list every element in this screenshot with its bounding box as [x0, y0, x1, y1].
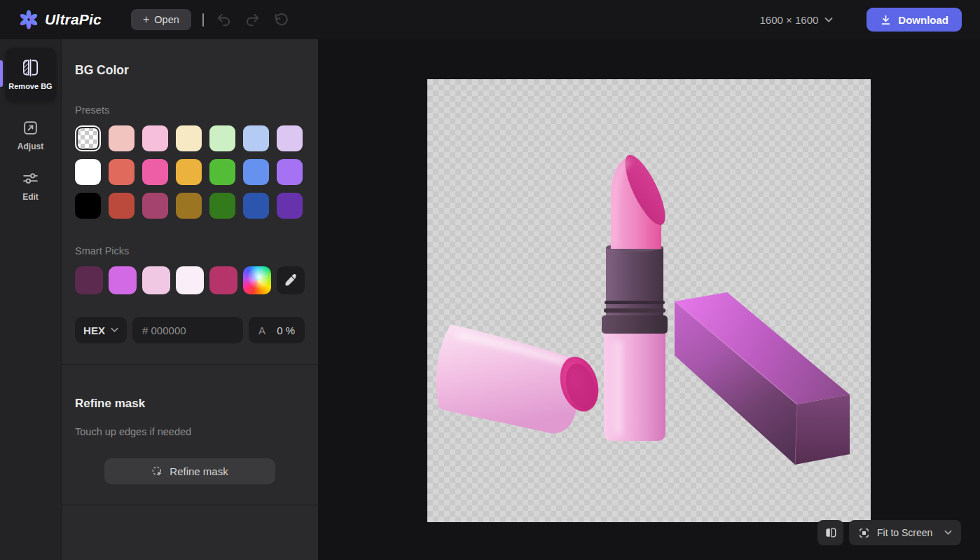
output-size-value: 1600 × 1600: [759, 14, 818, 26]
preset-swatch[interactable]: [109, 125, 134, 151]
smart-pick-swatch[interactable]: [176, 266, 204, 294]
zoom-fit-label: Fit to Screen: [877, 527, 932, 538]
compare-before-after-button[interactable]: [817, 520, 843, 545]
preset-swatch[interactable]: [142, 125, 168, 151]
preset-swatch[interactable]: [176, 159, 202, 185]
sidebar-item-label: Remove BG: [8, 82, 52, 90]
lipstick-cap: [436, 325, 605, 433]
artboard-transparent-checker: [427, 79, 871, 522]
compare-icon: [824, 526, 838, 540]
hex-value-field: [132, 317, 243, 343]
canvas-controls: Fit to Screen: [817, 520, 961, 545]
alpha-field[interactable]: A 0 %: [249, 317, 305, 343]
panel-title: BG Color: [75, 63, 305, 78]
redo-button[interactable]: [244, 11, 261, 28]
eyedropper-button[interactable]: [277, 266, 305, 294]
preset-swatch[interactable]: [277, 125, 303, 151]
edit-sliders-icon: [22, 170, 39, 187]
preset-swatch[interactable]: [209, 193, 235, 219]
sidebar-item-adjust[interactable]: Adjust: [6, 119, 56, 151]
refine-mask-icon: [151, 465, 163, 477]
adjust-icon: [22, 119, 39, 137]
lipstick-product-image[interactable]: [427, 79, 871, 522]
undo-button[interactable]: [216, 11, 233, 28]
toolbar-separator: [202, 13, 204, 27]
lipstick-box: [675, 292, 850, 465]
preset-swatch[interactable]: [176, 125, 202, 151]
sidebar-item-remove-bg[interactable]: Remove BG: [6, 48, 56, 101]
lipstick-tube: [602, 150, 672, 441]
smart-pick-swatch[interactable]: [209, 266, 237, 294]
color-mode-select[interactable]: HEX: [75, 317, 127, 343]
reset-button[interactable]: [273, 11, 290, 28]
preset-swatch[interactable]: [142, 159, 168, 185]
refine-mask-button-label: Refine mask: [170, 465, 228, 477]
ultrapic-logo-icon: [19, 10, 39, 29]
panel-divider: [62, 505, 318, 505]
download-icon: [880, 14, 892, 26]
smart-pick-swatch[interactable]: [142, 266, 170, 294]
smart-pick-swatch[interactable]: [75, 266, 103, 294]
tool-rail: Remove BG Adjust Edit: [0, 39, 62, 560]
smart-pick-swatch[interactable]: [243, 266, 271, 294]
preset-swatch[interactable]: [243, 125, 269, 151]
color-mode-value: HEX: [83, 325, 105, 336]
chevron-down-icon: [944, 530, 952, 535]
remove-bg-icon: [21, 58, 40, 77]
undo-icon: [216, 12, 232, 28]
download-button-label: Download: [898, 14, 948, 26]
preset-swatch[interactable]: [109, 193, 134, 219]
bg-color-panel: BG Color Presets Smart Picks HEX: [62, 39, 318, 560]
preset-swatch[interactable]: [277, 159, 303, 185]
preset-swatch[interactable]: [176, 193, 202, 219]
preset-swatch[interactable]: [75, 159, 101, 185]
preset-swatch[interactable]: [243, 159, 269, 185]
panel-divider: [62, 364, 318, 365]
preset-swatch[interactable]: [109, 159, 134, 185]
open-button[interactable]: + Open: [131, 9, 191, 30]
brand-name: UltraPic: [45, 11, 102, 28]
alpha-value: 0 %: [277, 325, 295, 336]
preset-swatch[interactable]: [75, 193, 101, 219]
brand: UltraPic: [19, 10, 102, 29]
refine-mask-hint: Touch up edges if needed: [75, 426, 305, 437]
preset-grid: [75, 125, 305, 219]
app-window: UltraPic + Open 1600 × 1600: [0, 0, 980, 560]
download-button[interactable]: Download: [867, 8, 962, 32]
redo-icon: [244, 12, 261, 28]
refine-mask-title: Refine mask: [75, 397, 305, 411]
preset-swatch[interactable]: [277, 193, 303, 219]
color-input-row: HEX A 0 %: [75, 317, 305, 343]
eyedropper-icon: [284, 273, 298, 287]
chevron-down-icon: [824, 17, 833, 23]
preset-swatch[interactable]: [243, 193, 269, 219]
hex-value-input[interactable]: [142, 325, 233, 336]
sidebar-item-label: Edit: [22, 192, 39, 202]
sidebar-item-edit[interactable]: Edit: [6, 170, 56, 202]
preset-swatch[interactable]: [209, 125, 235, 151]
smart-picks-row: [75, 266, 305, 294]
refine-mask-button[interactable]: Refine mask: [104, 458, 275, 484]
smart-pick-swatch[interactable]: [109, 266, 137, 294]
chevron-down-icon: [111, 327, 118, 333]
open-button-label: Open: [154, 14, 179, 25]
presets-label: Presets: [75, 104, 305, 116]
output-size-dropdown[interactable]: 1600 × 1600: [759, 14, 833, 26]
zoom-fit-dropdown[interactable]: Fit to Screen: [849, 520, 961, 545]
preset-swatch[interactable]: [142, 193, 168, 219]
canvas-viewport: Fit to Screen: [318, 39, 980, 560]
alpha-label: A: [258, 325, 265, 336]
preset-swatch[interactable]: [209, 159, 235, 185]
active-tool-accent: [0, 60, 3, 87]
reset-icon: [273, 12, 289, 28]
sidebar-item-label: Adjust: [18, 142, 43, 151]
smart-picks-label: Smart Picks: [75, 245, 305, 257]
preset-swatch[interactable]: [75, 125, 101, 151]
topbar: UltraPic + Open 1600 × 1600: [0, 0, 980, 39]
fit-to-screen-icon: [858, 527, 870, 539]
plus-icon: +: [143, 14, 149, 25]
